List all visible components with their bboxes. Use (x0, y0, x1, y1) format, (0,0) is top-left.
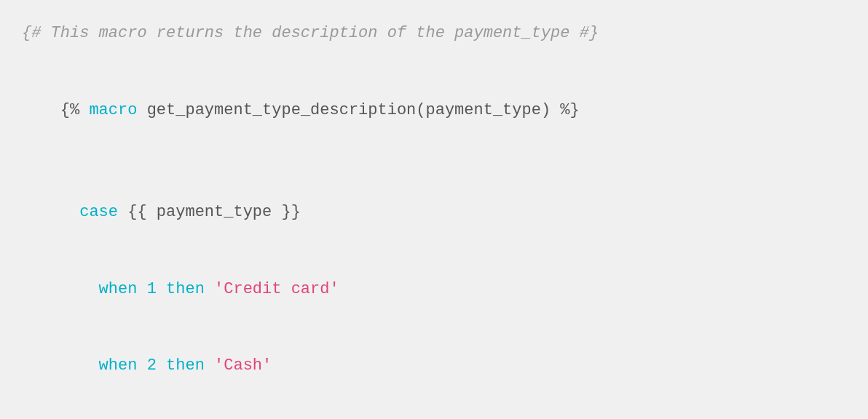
when-value-1: 'Credit card' (214, 280, 339, 298)
macro-open-line: {% macro get_payment_type_description(pa… (22, 71, 846, 148)
template-tag-open: {% (60, 101, 79, 119)
case-line: case {{ payment_type }} (22, 174, 846, 251)
then-keyword-2: then (157, 356, 214, 375)
template-tag-close: %} (551, 101, 580, 119)
when-line-2: when 2 then 'Cash' (22, 327, 846, 404)
code-block: {# This macro returns the description of… (0, 0, 868, 419)
case-var: {{ payment_type }} (118, 203, 301, 221)
when-line-1: when 1 then 'Credit card' (22, 251, 846, 328)
case-keyword: case (79, 203, 118, 221)
macro-keyword: macro (79, 101, 146, 119)
then-keyword-1: then (157, 280, 214, 298)
when-value-2: 'Cash' (214, 356, 272, 375)
when-keyword-1: when (99, 280, 147, 298)
when-line-3: when 3 then 'No charge' (22, 404, 846, 419)
when-keyword-2: when (99, 356, 147, 375)
when-num-2: 2 (147, 356, 157, 375)
macro-name: get_payment_type_description(payment_typ… (147, 101, 551, 119)
comment-line: {# This macro returns the description of… (22, 20, 846, 46)
when-num-1: 1 (147, 280, 157, 298)
